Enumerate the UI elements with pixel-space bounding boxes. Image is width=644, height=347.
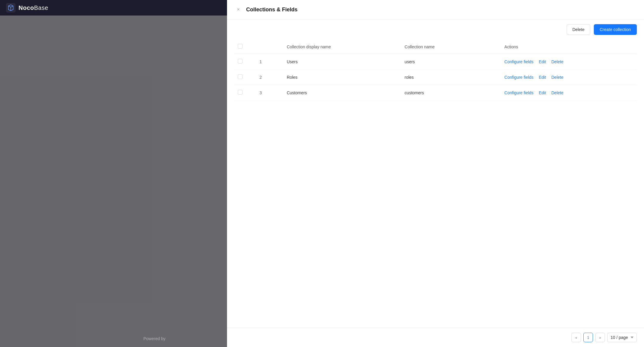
row-3-index: 3 [256,85,283,101]
row-1-index: 1 [256,54,283,70]
row-3-check [234,85,256,101]
table-row: 1 Users users Configure fields Edit Dele… [234,54,637,70]
header-actions: Actions [501,40,637,54]
header-collection-name: Collection name [401,40,501,54]
row-1-checkbox[interactable] [238,59,243,64]
row-2-actions: Configure fields Edit Delete [501,70,637,85]
close-button[interactable]: × [234,5,243,14]
row-2-display-name: Roles [283,70,401,85]
row-3-display-name: Customers [283,85,401,101]
page-size-wrapper: 10 / page 20 / page 50 / page [607,333,637,342]
panel-header: × Collections & Fields [227,0,644,19]
row-3-actions: Configure fields Edit Delete [501,85,637,101]
collections-panel: × Collections & Fields Delete Create col… [227,0,644,347]
pagination: ‹ 1 › 10 / page 20 / page 50 / page [227,328,644,347]
row-2-name: roles [401,70,501,85]
collections-table: Collection display name Collection name … [234,40,637,101]
table-body: 1 Users users Configure fields Edit Dele… [234,54,637,101]
row-1-actions: Configure fields Edit Delete [501,54,637,70]
delete-button[interactable]: Delete [567,24,590,35]
logo-icon [6,3,16,13]
next-page-button[interactable]: › [595,333,605,342]
row-1-display-name: Users [283,54,401,70]
row-3-name: customers [401,85,501,101]
row-1-delete[interactable]: Delete [551,59,563,64]
row-3-delete[interactable]: Delete [551,90,563,95]
collections-table-container: Collection display name Collection name … [227,40,644,328]
row-2-delete[interactable]: Delete [551,75,563,80]
row-1-check [234,54,256,70]
logo-text: NocoBase [19,4,48,11]
row-3-checkbox[interactable] [238,90,243,95]
select-all-checkbox[interactable] [238,44,243,49]
prev-page-button[interactable]: ‹ [571,333,581,342]
row-2-check [234,70,256,85]
row-2-index: 2 [256,70,283,85]
create-collection-button[interactable]: Create collection [594,24,637,35]
panel-title: Collections & Fields [246,7,298,13]
header-display-name: Collection display name [283,40,401,54]
panel-toolbar: Delete Create collection [227,19,644,40]
row-1-edit[interactable]: Edit [539,59,546,64]
header-index [256,40,283,54]
table-header: Collection display name Collection name … [234,40,637,54]
app-header: NocoBase [0,0,227,16]
row-3-configure-fields[interactable]: Configure fields [505,90,533,95]
dim-overlay [0,16,227,347]
row-1-configure-fields[interactable]: Configure fields [505,59,533,64]
powered-by-text: Powered by [143,336,165,341]
row-2-configure-fields[interactable]: Configure fields [505,75,533,80]
page-size-select[interactable]: 10 / page 20 / page 50 / page [607,333,637,342]
close-icon: × [237,7,240,12]
row-2-edit[interactable]: Edit [539,75,546,80]
logo-area: NocoBase [6,3,48,13]
current-page-button[interactable]: 1 [583,333,593,342]
row-3-edit[interactable]: Edit [539,90,546,95]
row-2-checkbox[interactable] [238,74,243,79]
table-row: 2 Roles roles Configure fields Edit Dele… [234,70,637,85]
header-check [234,40,256,54]
row-1-name: users [401,54,501,70]
table-row: 3 Customers customers Configure fields E… [234,85,637,101]
